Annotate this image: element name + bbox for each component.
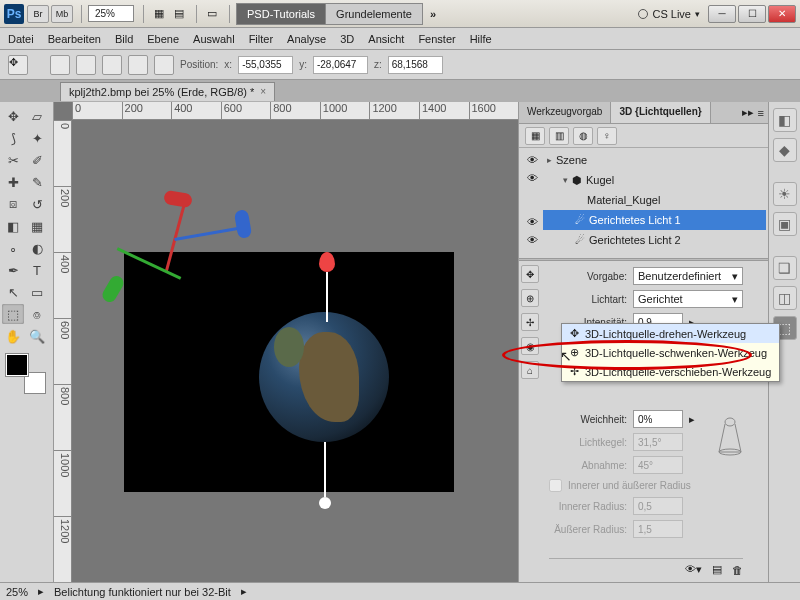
filter-mesh-icon[interactable]: ▥ xyxy=(549,127,569,145)
menu-bearbeiten[interactable]: Bearbeiten xyxy=(48,33,101,45)
dock-swatches-icon[interactable]: ◧ xyxy=(773,108,797,132)
delete-light-icon[interactable]: 🗑 xyxy=(732,564,743,576)
workspace-tab-psd[interactable]: PSD-Tutorials xyxy=(236,3,326,25)
zoom-tool[interactable]: 🔍 xyxy=(26,326,48,346)
3d-mode-icon-5[interactable] xyxy=(154,55,174,75)
light-home-tool[interactable]: ⌂ xyxy=(521,361,539,379)
lighttype-dropdown[interactable]: Gerichtet▾ xyxy=(633,290,743,308)
panel-collapse-icon[interactable]: ▸▸ xyxy=(742,106,754,119)
panel-tab-werkzeug[interactable]: Werkzeugvorgab xyxy=(519,102,611,123)
close-tab-icon[interactable]: × xyxy=(260,86,266,97)
close-button[interactable]: ✕ xyxy=(768,5,796,23)
menu-bild[interactable]: Bild xyxy=(115,33,133,45)
menu-3d[interactable]: 3D xyxy=(340,33,354,45)
menu-filter[interactable]: Filter xyxy=(249,33,273,45)
status-zoom[interactable]: 25% xyxy=(6,586,28,598)
dock-adjust-icon[interactable]: ☀ xyxy=(773,182,797,206)
menu-hilfe[interactable]: Hilfe xyxy=(470,33,492,45)
menu-datei[interactable]: Datei xyxy=(8,33,34,45)
scene-row-root[interactable]: ▸Szene xyxy=(543,150,766,170)
marquee-tool[interactable]: ▱ xyxy=(26,106,48,126)
3d-tool[interactable]: ⬚ xyxy=(2,304,24,324)
zoom-dropdown[interactable]: 25% xyxy=(88,5,134,22)
3d-mode-icon-1[interactable] xyxy=(50,55,70,75)
brush-tool[interactable]: ✎ xyxy=(26,172,48,192)
filter-material-icon[interactable]: ◍ xyxy=(573,127,593,145)
3d-mode-icon-3[interactable] xyxy=(102,55,122,75)
filter-scene-icon[interactable]: ▦ xyxy=(525,127,545,145)
workspace-tab-grund[interactable]: Grundelemente xyxy=(325,3,423,25)
toggle-lights-icon[interactable]: 👁▾ xyxy=(685,563,702,576)
blur-tool[interactable]: ∘ xyxy=(2,238,24,258)
visibility-icon[interactable]: 👁 xyxy=(525,154,539,166)
dock-styles-icon[interactable]: ◆ xyxy=(773,138,797,162)
canvas-area[interactable]: 02004006008001000120014001600 0200400600… xyxy=(54,102,518,582)
filter-light-icon[interactable]: ♀ xyxy=(597,127,617,145)
3d-mode-icon-2[interactable] xyxy=(76,55,96,75)
light-pin-top[interactable] xyxy=(319,252,335,322)
panel-tab-3d-lights[interactable]: 3D {Lichtquellen} xyxy=(611,102,710,123)
menu-auswahl[interactable]: Auswahl xyxy=(193,33,235,45)
softness-field[interactable]: 0% xyxy=(633,410,683,428)
lasso-tool[interactable]: ⟆ xyxy=(2,128,24,148)
current-tool-icon[interactable]: ✥ xyxy=(8,55,28,75)
color-swatches[interactable] xyxy=(6,354,46,394)
flyout-rotate[interactable]: ✥3D-Lichtquelle-drehen-Werkzeug xyxy=(562,324,779,343)
cs-live[interactable]: CS Live ▾ xyxy=(638,8,700,20)
light-pin-bottom[interactable] xyxy=(319,442,331,509)
view-grid-icon[interactable]: ▦ xyxy=(150,5,168,23)
earth-3d-object[interactable] xyxy=(259,312,389,442)
menu-analyse[interactable]: Analyse xyxy=(287,33,326,45)
menu-ebene[interactable]: Ebene xyxy=(147,33,179,45)
softness-more-icon[interactable]: ▸ xyxy=(689,413,695,426)
scene-row-light2[interactable]: ☄Gerichtetes Licht 2 xyxy=(543,230,766,250)
scene-tree[interactable]: 👁 👁 👁 👁 ▸Szene ▾⬢Kugel Material_Kugel ☄G… xyxy=(519,148,768,258)
light-move-tool[interactable]: ✢ xyxy=(521,313,539,331)
dock-mask-icon[interactable]: ▣ xyxy=(773,212,797,236)
path-tool[interactable]: ↖ xyxy=(2,282,24,302)
type-tool[interactable]: T xyxy=(26,260,48,280)
light-pan-tool[interactable]: ⊕ xyxy=(521,289,539,307)
visibility-icon[interactable]: 👁 xyxy=(525,234,539,246)
dodge-tool[interactable]: ◐ xyxy=(26,238,48,258)
3d-mode-icon-4[interactable] xyxy=(128,55,148,75)
3d-gizmo[interactable] xyxy=(104,192,244,312)
minibridge-button[interactable]: Mb xyxy=(51,5,73,23)
eyedropper-tool[interactable]: ✐ xyxy=(26,150,48,170)
visibility-icon[interactable]: 👁 xyxy=(525,216,539,228)
menu-ansicht[interactable]: Ansicht xyxy=(368,33,404,45)
shape-tool[interactable]: ▭ xyxy=(26,282,48,302)
panel-menu-icon[interactable]: ≡ xyxy=(758,107,764,119)
menu-fenster[interactable]: Fenster xyxy=(418,33,455,45)
visibility-icon[interactable]: 👁 xyxy=(525,172,539,184)
minimize-button[interactable]: ─ xyxy=(708,5,736,23)
eraser-tool[interactable]: ◧ xyxy=(2,216,24,236)
pen-tool[interactable]: ✒ xyxy=(2,260,24,280)
scene-row-material[interactable]: Material_Kugel xyxy=(543,190,766,210)
scene-row-kugel[interactable]: ▾⬢Kugel xyxy=(543,170,766,190)
hand-tool[interactable]: ✋ xyxy=(2,326,24,346)
heal-tool[interactable]: ✚ xyxy=(2,172,24,192)
fg-color[interactable] xyxy=(6,354,28,376)
crop-tool[interactable]: ✂ xyxy=(2,150,24,170)
light-rotate-tool[interactable]: ✥ xyxy=(521,265,539,283)
gradient-tool[interactable]: ▦ xyxy=(26,216,48,236)
stamp-tool[interactable]: ⧇ xyxy=(2,194,24,214)
workspace-more-icon[interactable]: » xyxy=(430,8,436,20)
wand-tool[interactable]: ✦ xyxy=(26,128,48,148)
z-field[interactable]: 68,1568 xyxy=(388,56,443,74)
view-extras-icon[interactable]: ▤ xyxy=(170,5,188,23)
move-tool[interactable]: ✥ xyxy=(2,106,24,126)
flyout-pan[interactable]: ⊕3D-Lichtquelle-schwenken-Werkzeug xyxy=(562,343,779,362)
x-field[interactable]: -55,0355 xyxy=(238,56,293,74)
dock-channels-icon[interactable]: ◫ xyxy=(773,286,797,310)
light-point-tool[interactable]: ◉ xyxy=(521,337,539,355)
scene-row-light1[interactable]: ☄Gerichtetes Licht 1 xyxy=(543,210,766,230)
3d-camera-tool[interactable]: ⌾ xyxy=(26,304,48,324)
bridge-button[interactable]: Br xyxy=(27,5,49,23)
maximize-button[interactable]: ☐ xyxy=(738,5,766,23)
document-tab[interactable]: kplj2th2.bmp bei 25% (Erde, RGB/8) * × xyxy=(60,82,275,101)
preset-dropdown[interactable]: Benutzerdefiniert▾ xyxy=(633,267,743,285)
y-field[interactable]: -28,0647 xyxy=(313,56,368,74)
flyout-move[interactable]: ✢3D-Lichtquelle-verschieben-Werkzeug xyxy=(562,362,779,381)
